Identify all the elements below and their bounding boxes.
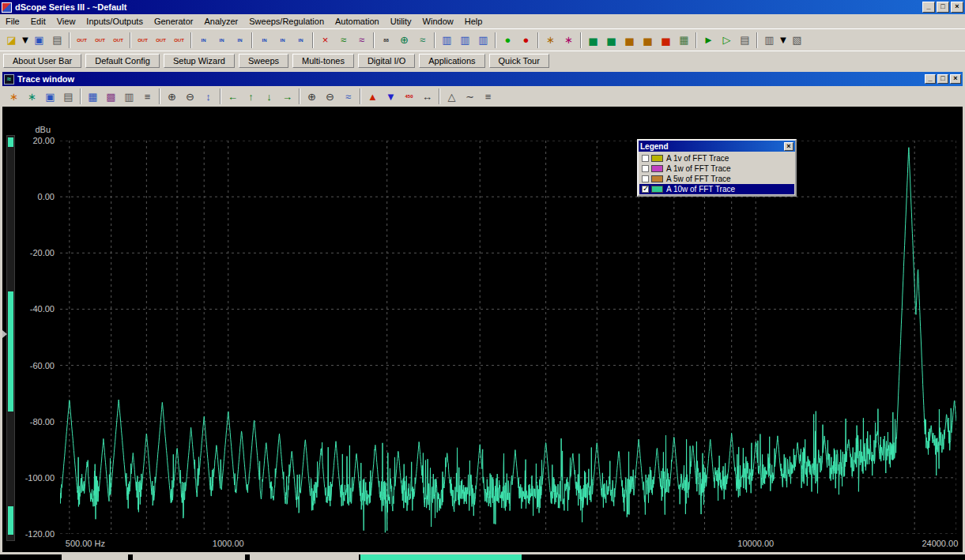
menu-automation[interactable]: Automation — [330, 15, 385, 28]
zoom-y-in-button[interactable]: ⊕ — [303, 88, 321, 105]
userbar-default-config[interactable]: Default Config — [85, 54, 160, 68]
meter-c-button[interactable]: ▥ — [474, 32, 492, 49]
menu-utility[interactable]: Utility — [385, 15, 417, 28]
fit-view-button[interactable]: ≈ — [339, 88, 357, 105]
legend-checkbox[interactable] — [642, 175, 649, 182]
report-button[interactable]: ▥ — [760, 32, 778, 49]
legend-checkbox[interactable] — [642, 186, 649, 193]
inputs-channel-b-button[interactable]: IN — [213, 32, 231, 49]
trace-maximize-button[interactable]: □ — [937, 74, 948, 84]
outputs-channel-b-button[interactable]: OUT — [91, 32, 109, 49]
export-image-button[interactable]: ▣ — [41, 88, 59, 105]
maximize-button[interactable]: □ — [937, 2, 949, 13]
marker-tool-button[interactable]: ∗ — [23, 88, 41, 105]
print-preview-button[interactable]: ▧ — [788, 32, 806, 49]
start-button[interactable]: ● — [499, 32, 517, 49]
level-meter[interactable] — [6, 135, 15, 541]
table-view-button[interactable]: ▥ — [120, 88, 138, 105]
fft-view-button[interactable]: ≈ — [413, 32, 432, 49]
legend-row[interactable]: A 1v of FFT Trace — [639, 153, 794, 163]
generator-wave-button[interactable]: ≈ — [334, 32, 352, 49]
sweep-external-button[interactable]: ▅ — [639, 32, 657, 49]
legend-close-button[interactable]: × — [784, 142, 793, 151]
main-titlebar[interactable]: dScope Series III - ~Default _ □ × — [0, 0, 965, 14]
outputs-config-button[interactable]: OUT — [109, 32, 127, 49]
generator-off-button[interactable]: × — [316, 32, 334, 49]
pan-left-button[interactable]: ← — [224, 88, 242, 105]
legend-checkbox[interactable] — [642, 165, 649, 172]
report-dropdown[interactable]: ▼ — [778, 32, 788, 49]
smooth-trace-button[interactable]: ∼ — [461, 88, 479, 105]
legend-titlebar[interactable]: Legend × — [639, 141, 795, 152]
userbar-digital-io[interactable]: Digital I/O — [358, 54, 415, 68]
valley-marker-button[interactable]: ▼ — [382, 88, 400, 105]
peak-marker-button[interactable]: ▲ — [364, 88, 382, 105]
ref-tool-button[interactable]: ∗ — [560, 32, 578, 49]
autoscale-button[interactable]: ↕ — [199, 88, 217, 105]
meter-b-button[interactable]: ▥ — [456, 32, 474, 49]
menu-analyzer[interactable]: Analyzer — [198, 15, 243, 28]
legend-row[interactable]: A 1w of FFT Trace — [639, 163, 794, 174]
trace-close-button[interactable]: × — [950, 74, 961, 84]
sweep-stepped-button[interactable]: ▅ — [620, 32, 639, 49]
spread-cursors-button[interactable]: ↔ — [418, 88, 436, 105]
input-signal-button[interactable]: IN — [255, 32, 273, 49]
inputs-channel-a-button[interactable]: IN — [194, 32, 213, 49]
pan-up-button[interactable]: ↑ — [242, 88, 260, 105]
freq-450-button[interactable]: 450 — [400, 88, 418, 105]
cal-tool-button[interactable]: ∗ — [541, 32, 560, 49]
script-button[interactable]: ▤ — [736, 32, 754, 49]
meter-a-button[interactable]: ▥ — [438, 32, 456, 49]
input-function-button[interactable]: IN — [292, 32, 310, 49]
zoom-x-in-button[interactable]: ⊕ — [163, 88, 181, 105]
copy-trace-button[interactable]: ▤ — [59, 88, 77, 105]
trace-minimize-button[interactable]: _ — [925, 74, 936, 84]
graph-view-button[interactable]: ▦ — [84, 88, 102, 105]
sweep-delete-button[interactable]: ▅ — [657, 32, 675, 49]
raise-trace-button[interactable]: △ — [443, 88, 461, 105]
output-level-button[interactable]: OUT — [152, 32, 170, 49]
userbar-applications[interactable]: Applications — [419, 54, 484, 68]
zoom-y-out-button[interactable]: ⊖ — [321, 88, 339, 105]
trace-window-titlebar[interactable]: ≈ Trace window _ □ × — [2, 72, 963, 86]
save-button[interactable]: ▣ — [30, 32, 48, 49]
close-button[interactable]: × — [951, 2, 963, 13]
analyzer-wave-button[interactable]: ≈ — [352, 32, 371, 49]
readings-display-button[interactable]: 88 — [377, 32, 395, 49]
open-button[interactable]: ◪ — [2, 32, 21, 49]
userbar-multitones[interactable]: Multi-tones — [292, 54, 354, 68]
outputs-channel-a-button[interactable]: OUT — [73, 32, 91, 49]
lock-scale-button[interactable]: ≡ — [479, 88, 497, 105]
legend-window[interactable]: Legend × A 1v of FFT Trace A 1w of FFT T… — [637, 139, 797, 197]
print-button[interactable]: ▤ — [48, 32, 66, 49]
stop-button[interactable]: ● — [517, 32, 535, 49]
pan-down-button[interactable]: ↓ — [260, 88, 278, 105]
zoom-x-out-button[interactable]: ⊖ — [181, 88, 199, 105]
userbar-setup-wizard[interactable]: Setup Wizard — [164, 54, 235, 68]
play-button[interactable]: ► — [699, 32, 718, 49]
menu-sweeps-regulation[interactable]: Sweeps/Regulation — [243, 15, 330, 28]
overlay-view-button[interactable]: ▩ — [102, 88, 120, 105]
legend-row[interactable]: A 5w of FFT Trace — [639, 174, 794, 184]
cursor-tool-button[interactable]: ∗ — [5, 88, 23, 105]
output-signal-button[interactable]: OUT — [134, 32, 152, 49]
menu-file[interactable]: File — [0, 15, 25, 28]
sweep-falling-button[interactable]: ▅ — [602, 32, 620, 49]
loop-button[interactable]: ▷ — [718, 32, 736, 49]
menu-edit[interactable]: Edit — [25, 15, 51, 28]
fft-plot[interactable] — [60, 141, 956, 534]
userbar-quick-tour[interactable]: Quick Tour — [489, 54, 549, 68]
pan-right-button[interactable]: → — [278, 88, 296, 105]
meter-marker-icon[interactable] — [2, 330, 7, 338]
legend-checkbox[interactable] — [642, 155, 649, 162]
sweep-rising-button[interactable]: ▅ — [584, 32, 602, 49]
scope-view-button[interactable]: ⊕ — [395, 32, 413, 49]
userbar-about[interactable]: About User Bar — [3, 54, 81, 68]
sweep-graph-button[interactable]: ▦ — [675, 32, 693, 49]
inputs-config-button[interactable]: IN — [231, 32, 249, 49]
legend-row[interactable]: A 10w of FFT Trace — [639, 184, 794, 194]
minimize-button[interactable]: _ — [922, 2, 935, 13]
menu-generator[interactable]: Generator — [149, 15, 199, 28]
menu-inputs-outputs[interactable]: Inputs/Outputs — [81, 15, 149, 28]
menu-view[interactable]: View — [51, 15, 81, 28]
